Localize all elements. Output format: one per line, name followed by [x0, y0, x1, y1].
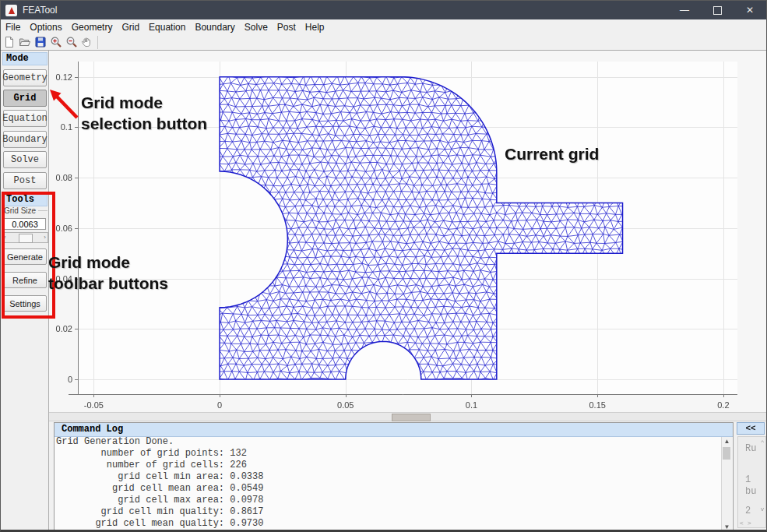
maximize-icon: [713, 6, 722, 15]
log-line: grid cell min quality: 0.8617: [55, 506, 733, 518]
menu-bar: File Options Geometry Grid Equation Boun…: [1, 19, 766, 35]
sidebar-button-solve[interactable]: Solve: [3, 151, 47, 168]
menu-geometry[interactable]: Geometry: [67, 22, 118, 33]
grid-size-label: Grid Size: [4, 206, 38, 215]
y-axis-tick-label: 0.1: [61, 122, 72, 132]
x-axis-tick-label: 0: [217, 400, 222, 410]
mini-scroll-up-icon[interactable]: ^: [761, 439, 764, 446]
slider-left-arrow-icon[interactable]: ‹: [4, 234, 6, 241]
tools-panel-header: Tools: [2, 193, 47, 206]
y-axis-tick-label: 0.12: [56, 72, 72, 82]
mode-sidebar: Mode Geometry Grid Equation Boundary Sol…: [1, 51, 49, 532]
zoom-out-icon[interactable]: [65, 35, 79, 49]
sidebar-button-grid[interactable]: Grid: [3, 90, 47, 107]
mode-panel-header: Mode: [2, 52, 47, 65]
main-toolbar: [1, 34, 766, 51]
minimize-button[interactable]: —: [668, 1, 701, 19]
menu-grid[interactable]: Grid: [117, 22, 144, 33]
log-vertical-scrollbar[interactable]: ▲ ▼: [721, 437, 732, 531]
x-axis-tick-label: -0.05: [84, 400, 104, 410]
menu-equation[interactable]: Equation: [144, 22, 190, 33]
log-line: grid cell mean quality: 0.9730: [55, 518, 733, 530]
log-line: grid cell min area: 0.0338: [55, 471, 733, 483]
maximize-button[interactable]: [701, 1, 734, 19]
mini-scroll-right-icon[interactable]: >: [748, 520, 751, 527]
mini-scroll-down-icon[interactable]: v: [761, 506, 764, 513]
command-log-panel: Command Log Grid Generation Done. number…: [54, 422, 734, 532]
x-axis-tick-label: 0.05: [337, 400, 354, 410]
app-icon: [5, 5, 17, 16]
main-area: -0.0500.050.10.150.200.020.040.060.080.1…: [49, 51, 767, 532]
side-panel-fragment: 2: [745, 506, 751, 516]
menu-help[interactable]: Help: [301, 22, 329, 33]
save-icon[interactable]: [33, 35, 47, 49]
h-scrollbar-thumb[interactable]: [392, 414, 431, 421]
collapsed-side-panel: Ru 1 bu 2 ^ v < >: [737, 436, 766, 528]
featool-window: FEATool — ✕ File Options Geometry Grid E…: [0, 0, 767, 532]
log-line: Grid Generation Done.: [55, 436, 733, 448]
settings-button[interactable]: Settings: [3, 295, 47, 312]
menu-post[interactable]: Post: [273, 22, 301, 33]
pan-icon[interactable]: [80, 35, 94, 49]
sidebar-button-equation[interactable]: Equation: [3, 110, 47, 127]
y-axis-tick-label: 0.06: [56, 224, 72, 233]
command-log-section: Command Log Grid Generation Done. number…: [49, 421, 767, 532]
scroll-up-icon[interactable]: ▲: [722, 438, 732, 445]
log-line: grid cell mean area: 0.0549: [55, 483, 733, 495]
title-bar: FEATool — ✕: [1, 1, 766, 19]
y-axis-tick-label: 0.04: [56, 274, 72, 284]
sidebar-button-geometry[interactable]: Geometry: [3, 69, 47, 86]
close-button[interactable]: ✕: [734, 1, 766, 19]
scroll-down-icon[interactable]: ▼: [722, 523, 732, 530]
window-title: FEATool: [23, 5, 57, 16]
y-axis-tick-label: 0: [68, 375, 72, 384]
menu-boundary[interactable]: Boundary: [190, 22, 239, 33]
command-log-header: Command Log: [55, 423, 733, 437]
y-axis-tick-label: 0.08: [56, 173, 72, 182]
featool-logo-icon: [9, 7, 15, 14]
log-line: grid cell max area: 0.0978: [55, 495, 733, 506]
side-panel-fragment: Ru: [745, 443, 756, 454]
side-panel-fragment: 1: [745, 474, 751, 485]
refine-button[interactable]: Refine: [3, 272, 47, 288]
log-collapse-button[interactable]: <<: [737, 422, 765, 435]
new-icon[interactable]: [2, 35, 16, 49]
plot-horizontal-scrollbar[interactable]: [49, 412, 767, 421]
grid-plot-area: -0.0500.050.10.150.200.020.040.060.080.1…: [49, 51, 767, 412]
menu-options[interactable]: Options: [25, 22, 66, 33]
zoom-in-icon[interactable]: [49, 35, 63, 49]
x-axis-tick-label: 0.1: [466, 400, 477, 410]
toolbar-separator: [97, 36, 98, 49]
sidebar-button-post[interactable]: Post: [3, 172, 47, 189]
y-axis-tick-label: 0.02: [56, 324, 72, 333]
grid-size-slider[interactable]: ‹ ›: [2, 232, 48, 243]
slider-thumb[interactable]: [19, 234, 33, 243]
window-controls: — ✕: [668, 1, 766, 19]
generate-button[interactable]: Generate: [3, 248, 47, 265]
mini-scroll-left-icon[interactable]: <: [740, 520, 744, 527]
log-line: number of grid points: 132: [55, 448, 733, 460]
grid-mesh-canvas: [49, 51, 767, 412]
command-log-body: Grid Generation Done. number of grid poi…: [55, 436, 733, 532]
log-line: number of grid cells: 226: [55, 460, 733, 471]
side-panel-fragment: bu: [745, 486, 756, 497]
menu-file[interactable]: File: [1, 22, 25, 33]
log-scrollbar-thumb[interactable]: [723, 447, 730, 460]
slider-right-arrow-icon[interactable]: ›: [44, 234, 46, 241]
grid-size-input[interactable]: [4, 218, 46, 230]
sidebar-button-boundary[interactable]: Boundary: [3, 131, 47, 148]
x-axis-tick-label: 0.15: [589, 400, 605, 410]
x-axis-tick-label: 0.2: [717, 400, 729, 410]
menu-solve[interactable]: Solve: [240, 22, 273, 33]
open-icon[interactable]: [18, 35, 32, 49]
